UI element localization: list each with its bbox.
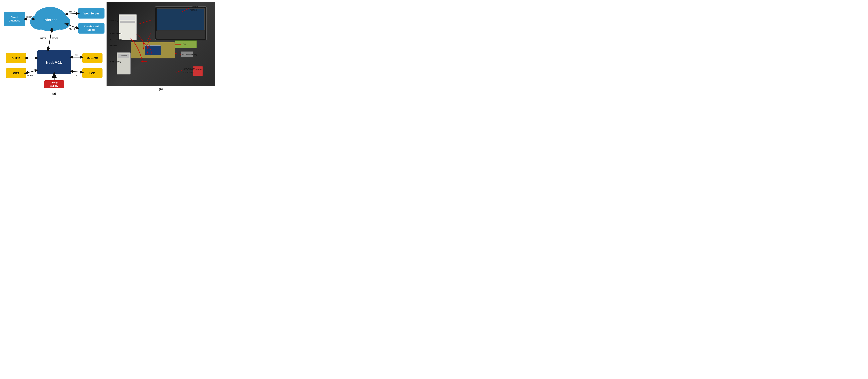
dht11-label: DHT11 [12,57,21,60]
nodemcu-label: NodeMCU [46,61,62,65]
architecture-diagram: Internet Cloud Database Web Server Cloud… [2,2,106,90]
svg-line-5 [138,20,151,24]
label-http-nodemcu: HTTP [40,37,46,39]
microsd-label: MicroSD [87,57,98,60]
mydaq-shape [119,14,137,40]
arrow-nodemcu-lcd [71,71,82,72]
gps-shape [193,66,203,76]
arrow-internet-nodemcu [48,29,52,50]
label-uart: UART [27,74,33,77]
hardware-photo: HUAWEI LabVIEW program running [106,2,215,86]
laptop-keyboard [156,31,205,39]
diagram-b-label: (b) [106,87,215,91]
cloud-broker-label2: Broker [88,29,95,31]
battery-shape: HUAWEI [117,53,131,74]
label-http-clouddb: HTTP [26,15,32,18]
diagram-b-container: HUAWEI LabVIEW program running [106,2,215,94]
diagram-a-label: (a) [2,92,106,95]
annotation-gps2: and antenna [183,71,194,73]
svg-line-11 [175,54,181,54]
cloud-broker-box [78,23,104,34]
laptop-shape [155,6,207,40]
power-supply-label1: Power [51,81,58,84]
svg-line-6 [147,33,151,42]
label-http-webserver: HTTP [69,10,75,13]
label-mqtt-nodemcu: MQTT [52,37,58,39]
power-supply-label2: supply [51,85,58,87]
internet-label: Internet [43,18,57,22]
photo-background: HUAWEI LabVIEW program running [106,2,215,86]
cloud-broker-label1: Cloud-based [84,25,99,28]
lcd-label: LCD [90,72,95,75]
label-spi: SPI [74,54,78,56]
diagram-a-container: Internet Cloud Database Web Server Cloud… [2,2,106,94]
laptop-screen [157,8,205,31]
arrow-internet-webserver [66,13,78,14]
annotation-ni-mydaq: NI myDAQ [108,20,118,22]
arrow-gps-nodemcu [26,70,37,73]
breadboard-shape [131,42,175,58]
microsd-shape [181,52,193,57]
cloud-database-label-line2: Database [9,19,20,22]
gps-label: GPS [13,72,19,75]
web-server-label: Web Server [84,12,99,15]
annotation-esp8266: ESP8266 [108,44,117,47]
label-i2c: I2C [74,74,78,77]
label-mqtt-broker: MQTT [69,28,75,30]
cloud-database-label-line1: Cloud [11,15,18,19]
svg-line-12 [176,70,182,72]
lcd-shape [175,40,197,49]
